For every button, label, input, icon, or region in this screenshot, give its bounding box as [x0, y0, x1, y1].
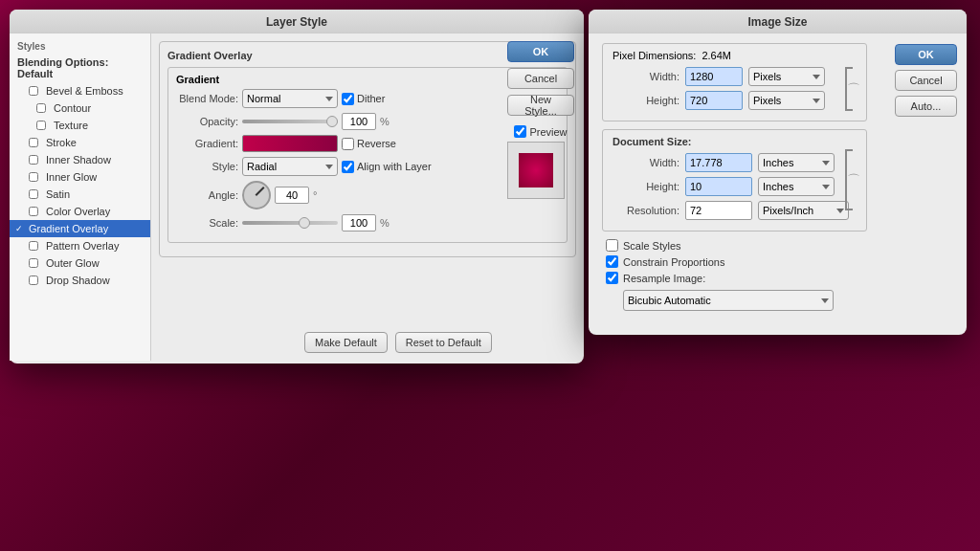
opacity-slider[interactable] — [242, 120, 338, 123]
pixel-chain-bracket: ⌒ — [845, 67, 860, 111]
image-size-title: Image Size — [589, 10, 967, 33]
color-overlay-label: Color Overlay — [46, 206, 110, 217]
stroke-checkbox[interactable] — [29, 138, 38, 147]
constrain-proportions-label: Constrain Proportions — [623, 256, 724, 268]
opacity-input[interactable] — [342, 113, 376, 130]
align-layer-checkbox-label[interactable]: Align with Layer — [342, 161, 432, 173]
doc-height-label: Height: — [612, 181, 679, 192]
gradient-swatch[interactable] — [242, 135, 338, 152]
reset-to-default-button[interactable]: Reset to Default — [395, 332, 492, 353]
stroke-label: Stroke — [46, 137, 77, 148]
pixel-dim-value: 2.64M — [702, 50, 731, 61]
doc-height-input[interactable] — [685, 177, 752, 196]
inner-glow-checkbox[interactable] — [29, 172, 38, 182]
layer-style-sidebar: Styles Blending Options: Default Bevel &… — [10, 33, 151, 361]
bevel-emboss-checkbox[interactable] — [29, 86, 38, 96]
opacity-row: Opacity: % — [176, 113, 559, 130]
pixel-dimensions-section: Pixel Dimensions: 2.64M Width: Pixels ⌒ … — [602, 43, 867, 121]
resolution-row: Resolution: Pixels/Inch — [612, 201, 857, 220]
sidebar-item-pattern-overlay[interactable]: Pattern Overlay — [10, 237, 150, 254]
image-auto-button[interactable]: Auto... — [895, 96, 957, 117]
doc-width-unit-select[interactable]: Inches — [758, 153, 835, 172]
pixel-width-input[interactable] — [685, 67, 743, 86]
preview-box — [507, 142, 565, 199]
gradient-label: Gradient: — [176, 138, 238, 149]
sidebar-item-outer-glow[interactable]: Outer Glow — [10, 254, 150, 272]
bevel-emboss-label: Bevel & Emboss — [46, 85, 123, 97]
layer-style-main-panel: Gradient Overlay Gradient Blend Mode: No… — [151, 33, 584, 361]
style-row: Style: Radial Align with Layer — [176, 157, 559, 176]
sidebar-item-gradient-overlay[interactable]: ✓ Gradient Overlay — [10, 220, 150, 237]
preview-checkbox[interactable] — [514, 125, 526, 138]
sidebar-blending-options[interactable]: Blending Options: Default — [10, 54, 150, 82]
doc-chain-link-icon: ⌒ — [847, 173, 860, 187]
doc-chain-bracket: ⌒ — [845, 149, 860, 210]
outer-glow-checkbox[interactable] — [29, 258, 38, 268]
ok-button[interactable]: OK — [507, 41, 574, 62]
pixel-height-unit-select[interactable]: Pixels — [748, 91, 825, 110]
layer-style-title: Layer Style — [10, 10, 584, 33]
color-overlay-checkbox[interactable] — [29, 207, 38, 216]
constrain-proportions-checkbox[interactable] — [606, 255, 618, 268]
bottom-buttons: Make Default Reset to Default — [304, 332, 492, 353]
scale-input[interactable] — [342, 214, 376, 231]
sidebar-item-inner-glow[interactable]: Inner Glow — [10, 168, 150, 186]
resolution-unit-select[interactable]: Pixels/Inch — [758, 201, 849, 220]
contour-checkbox[interactable] — [36, 103, 46, 113]
gradient-overlay-checkmark: ✓ — [15, 224, 23, 233]
dither-checkbox[interactable] — [342, 93, 354, 105]
doc-height-row: Height: Inches — [612, 177, 857, 196]
pixel-height-input[interactable] — [685, 91, 743, 110]
resample-method-select[interactable]: Bicubic Automatic Bicubic Bilinear Neare… — [623, 290, 834, 311]
dither-label: Dither — [357, 93, 385, 104]
cancel-button[interactable]: Cancel — [507, 68, 574, 89]
scale-slider[interactable] — [242, 221, 338, 225]
align-layer-checkbox[interactable] — [342, 161, 354, 173]
new-style-button[interactable]: New Style... — [507, 95, 574, 116]
checkboxes-section: Scale Styles Constrain Proportions Resam… — [602, 239, 953, 311]
style-select[interactable]: Radial — [242, 157, 338, 176]
image-ok-button[interactable]: OK — [895, 44, 957, 65]
pixel-width-unit-select[interactable]: Pixels — [748, 67, 825, 86]
sidebar-item-contour[interactable]: Contour — [10, 99, 150, 117]
sidebar-item-drop-shadow[interactable]: Drop Shadow — [10, 272, 150, 289]
sidebar-item-bevel-emboss[interactable]: Bevel & Emboss — [10, 82, 150, 99]
pattern-overlay-label: Pattern Overlay — [46, 240, 119, 252]
angle-degree: ° — [313, 189, 317, 201]
sidebar-item-satin[interactable]: Satin — [10, 186, 150, 203]
satin-checkbox[interactable] — [29, 189, 38, 199]
reverse-checkbox-label[interactable]: Reverse — [342, 138, 396, 150]
doc-height-unit-select[interactable]: Inches — [758, 177, 835, 196]
scale-styles-checkbox[interactable] — [606, 239, 618, 252]
dither-checkbox-label[interactable]: Dither — [342, 93, 385, 105]
sidebar-item-stroke[interactable]: Stroke — [10, 134, 150, 151]
preview-section: Preview — [507, 125, 574, 199]
inner-shadow-checkbox[interactable] — [29, 155, 38, 165]
image-cancel-button[interactable]: Cancel — [895, 70, 957, 91]
resample-image-checkbox[interactable] — [606, 272, 618, 284]
layer-style-dialog: Layer Style Styles Blending Options: Def… — [10, 10, 584, 364]
texture-checkbox[interactable] — [36, 121, 46, 130]
doc-width-input[interactable] — [685, 153, 752, 172]
inner-glow-label: Inner Glow — [46, 171, 97, 183]
drop-shadow-checkbox[interactable] — [29, 276, 38, 285]
blend-mode-label: Blend Mode: — [176, 93, 238, 104]
pixel-width-row: Width: Pixels ⌒ — [612, 67, 857, 86]
reverse-checkbox[interactable] — [342, 138, 354, 150]
resolution-input[interactable] — [685, 201, 752, 220]
style-label: Style: — [176, 161, 238, 172]
make-default-button[interactable]: Make Default — [304, 332, 388, 353]
drop-shadow-label: Drop Shadow — [46, 275, 110, 286]
blend-mode-select[interactable]: Normal — [242, 89, 338, 108]
sidebar-item-texture[interactable]: Texture — [10, 117, 150, 134]
constrain-proportions-row: Constrain Proportions — [606, 255, 949, 268]
angle-dial[interactable] — [242, 181, 271, 209]
preview-checkbox-label[interactable]: Preview — [507, 125, 574, 138]
angle-input[interactable] — [275, 187, 309, 204]
sidebar-item-inner-shadow[interactable]: Inner Shadow — [10, 151, 150, 168]
pattern-overlay-checkbox[interactable] — [29, 241, 38, 251]
doc-width-row: Width: Inches ⌒ — [612, 153, 857, 172]
contour-label: Contour — [54, 102, 91, 114]
sidebar-item-color-overlay[interactable]: Color Overlay — [10, 203, 150, 220]
image-size-buttons: OK Cancel Auto... — [895, 44, 957, 117]
